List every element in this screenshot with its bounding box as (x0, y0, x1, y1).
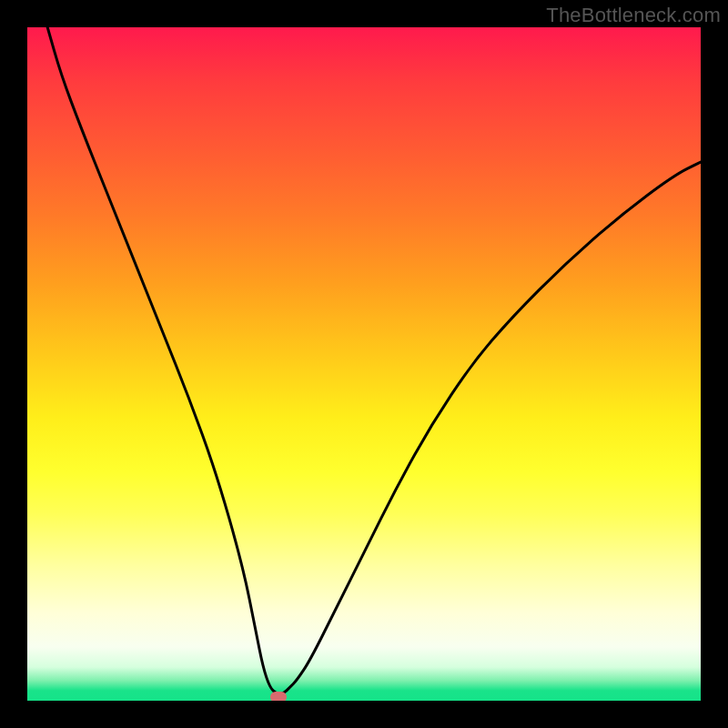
optimum-marker (270, 692, 287, 701)
watermark-text: TheBottleneck.com (546, 4, 721, 27)
plot-area (27, 27, 701, 701)
bottleneck-curve (27, 27, 701, 701)
chart-frame: TheBottleneck.com (0, 0, 728, 728)
